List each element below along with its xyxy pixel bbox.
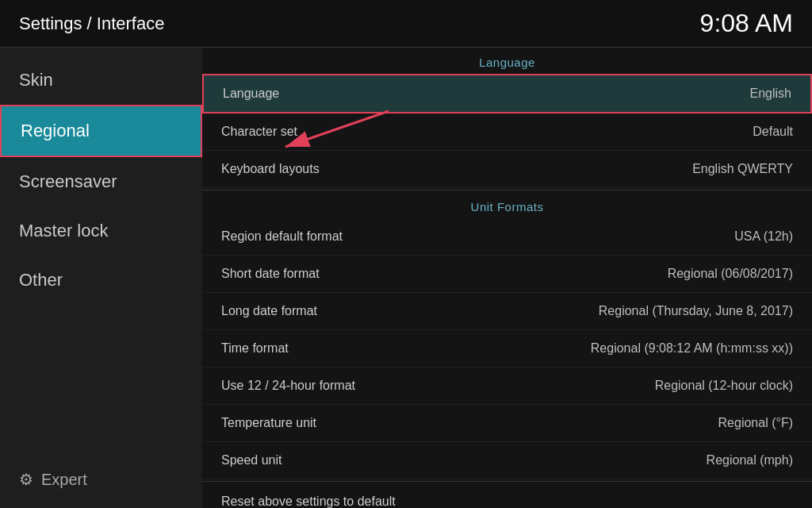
setting-row-long-date-format[interactable]: Long date format Regional (Thursday, Jun… [202, 293, 812, 330]
sidebar: Skin Regional Screensaver Master lock Ot… [0, 48, 202, 508]
setting-label-temperature-unit: Temperature unit [221, 416, 316, 430]
setting-value-keyboard-layouts: English QWERTY [692, 162, 793, 176]
setting-row-region-default-format[interactable]: Region default format USA (12h) [202, 218, 812, 256]
unit-section-header: Unit Formats [202, 192, 812, 218]
setting-label-time-format: Time format [221, 341, 289, 356]
setting-value-temperature-unit: Regional (°F) [718, 416, 793, 430]
setting-label-long-date-format: Long date format [221, 304, 317, 318]
setting-row-language[interactable]: Language English [202, 74, 812, 114]
setting-row-reset[interactable]: Reset above settings to default [202, 483, 812, 508]
setting-value-language: English [750, 87, 791, 101]
setting-value-character-set: Default [753, 125, 793, 139]
sidebar-item-master-lock[interactable]: Master lock [0, 206, 202, 256]
setting-row-use-12-24-hour[interactable]: Use 12 / 24-hour format Regional (12-hou… [202, 368, 812, 405]
setting-row-speed-unit[interactable]: Speed unit Regional (mph) [202, 442, 812, 479]
setting-label-speed-unit: Speed unit [221, 453, 282, 468]
setting-row-character-set[interactable]: Character set Default [202, 114, 812, 151]
sidebar-item-regional[interactable]: Regional [0, 105, 202, 157]
divider-1 [202, 190, 812, 190]
sidebar-item-skin[interactable]: Skin [0, 56, 202, 105]
setting-value-long-date-format: Regional (Thursday, June 8, 2017) [599, 304, 793, 318]
setting-value-use-12-24-hour: Regional (12-hour clock) [655, 379, 793, 393]
setting-row-short-date-format[interactable]: Short date format Regional (06/08/2017) [202, 256, 812, 293]
setting-label-language: Language [223, 87, 279, 101]
main-layout: Skin Regional Screensaver Master lock Ot… [0, 48, 812, 508]
setting-value-region-default-format: USA (12h) [734, 229, 793, 244]
setting-row-temperature-unit[interactable]: Temperature unit Regional (°F) [202, 405, 812, 442]
language-section-header: Language [202, 48, 812, 74]
setting-label-reset: Reset above settings to default [221, 495, 396, 508]
sidebar-nav: Skin Regional Screensaver Master lock Ot… [0, 56, 202, 305]
divider-2 [202, 481, 812, 482]
setting-label-use-12-24-hour: Use 12 / 24-hour format [221, 379, 355, 393]
sidebar-item-other[interactable]: Other [0, 256, 202, 305]
setting-row-keyboard-layouts[interactable]: Keyboard layouts English QWERTY [202, 151, 812, 188]
page-title: Settings / Interface [19, 13, 164, 34]
sidebar-item-screensaver[interactable]: Screensaver [0, 157, 202, 206]
setting-label-region-default-format: Region default format [221, 229, 343, 244]
expert-item[interactable]: ⚙ Expert [0, 459, 202, 500]
settings-main: Language Language English Character set … [202, 48, 812, 508]
setting-label-character-set: Character set [221, 125, 297, 139]
header: Settings / Interface 9:08 AM [0, 0, 812, 48]
clock: 9:08 AM [700, 9, 793, 38]
setting-value-short-date-format: Regional (06/08/2017) [668, 267, 793, 281]
setting-value-time-format: Regional (9:08:12 AM (h:mm:ss xx)) [591, 341, 793, 356]
gear-icon: ⚙ [19, 470, 33, 489]
setting-label-short-date-format: Short date format [221, 267, 320, 281]
setting-label-keyboard-layouts: Keyboard layouts [221, 162, 320, 176]
setting-row-time-format[interactable]: Time format Regional (9:08:12 AM (h:mm:s… [202, 330, 812, 368]
setting-value-speed-unit: Regional (mph) [707, 453, 793, 468]
